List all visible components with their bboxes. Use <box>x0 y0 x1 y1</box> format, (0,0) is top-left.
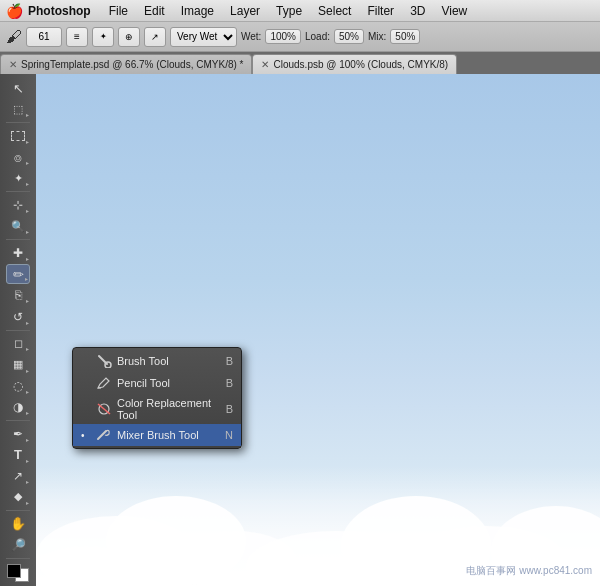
app-name: Photoshop <box>28 4 91 18</box>
menu-filter[interactable]: Filter <box>359 2 402 20</box>
mixer-brush-icon-menu <box>95 427 113 443</box>
context-menu: Brush Tool B Pencil Tool B <box>72 347 242 449</box>
dodge-tool[interactable]: ◑ ▸ <box>6 397 30 417</box>
brush-preset-btn[interactable]: ≡ <box>66 27 88 47</box>
path-selection-tool-arrow: ▸ <box>26 478 29 485</box>
artboard-tool[interactable]: ⬚ ▸ <box>6 99 30 119</box>
tab-springtemplate-label: SpringTemplate.psd @ 66.7% (Clouds, CMYK… <box>21 59 243 70</box>
marquee-tool[interactable]: ▸ <box>6 126 30 146</box>
tab-clouds-label: Clouds.psb @ 100% (Clouds, CMYK/8) <box>273 59 448 70</box>
eraser-tool[interactable]: ◻ ▸ <box>6 333 30 353</box>
blur-tool-arrow: ▸ <box>26 388 29 395</box>
pen-tool-arrow: ▸ <box>26 436 29 443</box>
move-tool[interactable]: ↖ <box>6 78 30 98</box>
crop-tool-arrow: ▸ <box>26 207 29 214</box>
type-tool[interactable]: T ▸ <box>6 445 30 465</box>
quick-select-tool[interactable]: ✦ ▸ <box>6 168 30 188</box>
menu-3d[interactable]: 3D <box>402 2 433 20</box>
history-brush-tool-arrow: ▸ <box>26 319 29 326</box>
context-menu-item-color-replace[interactable]: Color Replacement Tool B <box>73 394 241 424</box>
mix-value[interactable]: 50% <box>390 29 420 44</box>
spot-healing-tool-arrow: ▸ <box>26 255 29 262</box>
tool-separator-4 <box>6 330 30 331</box>
tool-separator-2 <box>6 191 30 192</box>
tool-separator-3 <box>6 239 30 240</box>
lasso-tool-arrow: ▸ <box>26 159 29 166</box>
pencil-tool-label: Pencil Tool <box>117 377 222 389</box>
crop-tool[interactable]: ⊹ ▸ <box>6 195 30 215</box>
menu-select[interactable]: Select <box>310 2 359 20</box>
brush-tool-shortcut: B <box>226 355 233 367</box>
blur-tool[interactable]: ◌ ▸ <box>6 376 30 396</box>
zoom-tool[interactable]: 🔎 <box>6 535 30 555</box>
gradient-tool[interactable]: ▦ ▸ <box>6 354 30 374</box>
eyedropper-tool[interactable]: 🔍 ▸ <box>6 216 30 236</box>
mixer-brush-tool-label: Mixer Brush Tool <box>117 429 221 441</box>
airbrush-btn[interactable]: ✦ <box>92 27 114 47</box>
shape-tool-arrow: ▸ <box>26 499 29 506</box>
tool-separator-7 <box>6 558 30 559</box>
tab-close-springtemplate[interactable]: ✕ <box>9 59 17 70</box>
wet-value[interactable]: 100% <box>265 29 301 44</box>
clone-stamp-tool-arrow: ▸ <box>26 297 29 304</box>
load-value[interactable]: 50% <box>334 29 364 44</box>
dodge-tool-arrow: ▸ <box>26 409 29 416</box>
wetness-select[interactable]: Very Wet Wet Normal Dry <box>170 27 237 47</box>
artboard-tool-arrow: ▸ <box>26 111 29 118</box>
load-label: Load: <box>305 31 330 42</box>
tab-clouds[interactable]: ✕ Clouds.psb @ 100% (Clouds, CMYK/8) <box>252 54 457 74</box>
lasso-tool[interactable]: ⌾ ▸ <box>6 147 30 167</box>
tab-bar: ✕ SpringTemplate.psd @ 66.7% (Clouds, CM… <box>0 52 600 74</box>
menubar: 🍎 Photoshop File Edit Image Layer Type S… <box>0 0 600 22</box>
gradient-tool-arrow: ▸ <box>26 367 29 374</box>
context-menu-item-pencil[interactable]: Pencil Tool B <box>73 372 241 394</box>
tool-separator-1 <box>6 122 30 123</box>
svg-line-14 <box>98 431 106 439</box>
menu-layer[interactable]: Layer <box>222 2 268 20</box>
color-swatch[interactable] <box>7 564 29 582</box>
tab-springtemplate[interactable]: ✕ SpringTemplate.psd @ 66.7% (Clouds, CM… <box>0 54 252 74</box>
eyedropper-tool-arrow: ▸ <box>26 228 29 235</box>
svg-point-9 <box>105 362 111 368</box>
quick-select-tool-arrow: ▸ <box>26 180 29 187</box>
spot-healing-tool[interactable]: ✚ ▸ <box>6 243 30 263</box>
brush-size-display[interactable]: 61 <box>26 27 62 47</box>
svg-marker-10 <box>98 378 109 388</box>
type-tool-arrow: ▸ <box>26 457 29 464</box>
menu-edit[interactable]: Edit <box>136 2 173 20</box>
pressure-btn[interactable]: ⊕ <box>118 27 140 47</box>
context-menu-item-mixer-brush[interactable]: • Mixer Brush Tool N <box>73 424 241 446</box>
history-brush-tool[interactable]: ↺ ▸ <box>6 306 30 326</box>
brush-icon-menu <box>95 353 113 369</box>
brush-tool[interactable]: ✏ ▸ <box>6 264 30 284</box>
options-bar: 🖌 61 ≡ ✦ ⊕ ↗ Very Wet Wet Normal Dry Wet… <box>0 22 600 52</box>
marquee-tool-arrow: ▸ <box>26 138 29 145</box>
pencil-tool-shortcut: B <box>226 377 233 389</box>
mixer-brush-check: • <box>81 430 93 441</box>
apple-menu[interactable]: 🍎 <box>4 1 24 21</box>
color-replace-tool-label: Color Replacement Tool <box>117 397 222 421</box>
menu-file[interactable]: File <box>101 2 136 20</box>
watermark: 电脑百事网 www.pc841.com <box>466 564 592 578</box>
clone-stamp-tool[interactable]: ⎘ ▸ <box>6 285 30 305</box>
pen-tool[interactable]: ✒ ▸ <box>6 423 30 443</box>
menu-type[interactable]: Type <box>268 2 310 20</box>
canvas-area: Brush Tool B Pencil Tool B <box>36 74 600 586</box>
color-replace-icon-menu <box>95 401 113 417</box>
pencil-icon-menu <box>95 375 113 391</box>
hand-tool[interactable]: ✋ <box>6 514 30 534</box>
shape-tool[interactable]: ◆ ▸ <box>6 487 30 507</box>
pen-pressure-btn[interactable]: ↗ <box>144 27 166 47</box>
wet-label: Wet: <box>241 31 261 42</box>
brush-tool-label: Brush Tool <box>117 355 222 367</box>
tool-separator-5 <box>6 420 30 421</box>
foreground-color-swatch[interactable] <box>7 564 21 578</box>
color-replace-tool-shortcut: B <box>226 403 233 415</box>
brush-icon: 🖌 <box>6 28 22 46</box>
tab-close-clouds[interactable]: ✕ <box>261 59 269 70</box>
menu-image[interactable]: Image <box>173 2 222 20</box>
menu-view[interactable]: View <box>433 2 475 20</box>
path-selection-tool[interactable]: ↗ ▸ <box>6 466 30 486</box>
context-menu-item-brush[interactable]: Brush Tool B <box>73 350 241 372</box>
mix-label: Mix: <box>368 31 386 42</box>
